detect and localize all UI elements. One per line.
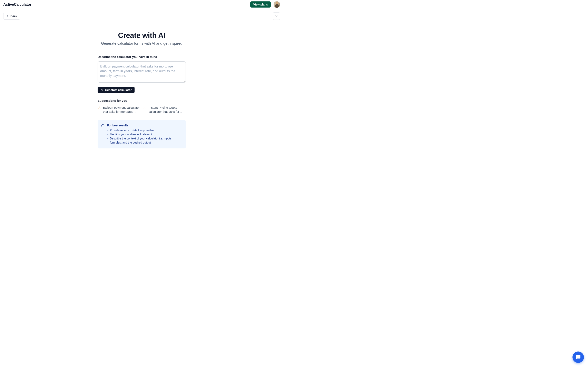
form-section: Describe the calculator you have in mind… (98, 55, 186, 93)
header-right: View plans (250, 1, 280, 8)
describe-label: Describe the calculator you have in mind (98, 55, 186, 58)
view-plans-label: View plans (253, 3, 268, 6)
sparkle-icon (98, 106, 101, 109)
page-subtitle: Generate calculator forms with AI and ge… (98, 42, 186, 46)
suggestion-text: Instant Pricing Quote calculator that as… (149, 106, 186, 114)
generate-label: Generate calculator (105, 88, 132, 92)
back-button[interactable]: Back (3, 13, 20, 20)
tips-item: Provide as much detail as possible (110, 128, 182, 132)
logo: ActiveCalculator (3, 2, 31, 7)
sparkle-icon (100, 89, 103, 91)
avatar[interactable] (274, 1, 280, 8)
app-header: ActiveCalculator View plans (0, 0, 283, 9)
view-plans-button[interactable]: View plans (250, 1, 271, 8)
info-icon (101, 124, 104, 127)
suggestion-text: Balloon payment calculator that asks for… (103, 106, 140, 114)
suggestions-section: Suggestions for you Balloon payment calc… (98, 99, 186, 114)
suggestions-grid: Balloon payment calculator that asks for… (98, 105, 186, 114)
suggestions-title: Suggestions for you (98, 99, 186, 102)
tips-list: Provide as much detail as possible Menti… (107, 128, 182, 145)
close-icon (275, 15, 278, 18)
tips-item: Describe the context of your calculator … (110, 136, 182, 145)
tips-item: Mention your audience if relevant (110, 132, 182, 136)
main-content: Create with AI Generate calculator forms… (98, 31, 186, 149)
tips-box: For best results Provide as much detail … (98, 120, 186, 149)
describe-textarea[interactable] (98, 61, 186, 83)
page-title: Create with AI (98, 31, 186, 40)
close-button[interactable] (273, 12, 280, 20)
suggestion-item[interactable]: Instant Pricing Quote calculator that as… (143, 105, 186, 114)
generate-button[interactable]: Generate calculator (98, 87, 135, 93)
arrow-left-icon (6, 15, 9, 17)
tips-content: For best results Provide as much detail … (107, 124, 182, 145)
back-label: Back (10, 15, 17, 18)
sub-header: Back (0, 9, 283, 23)
sparkle-icon (143, 106, 147, 109)
tips-title: For best results (107, 124, 182, 127)
suggestion-item[interactable]: Balloon payment calculator that asks for… (98, 105, 140, 114)
